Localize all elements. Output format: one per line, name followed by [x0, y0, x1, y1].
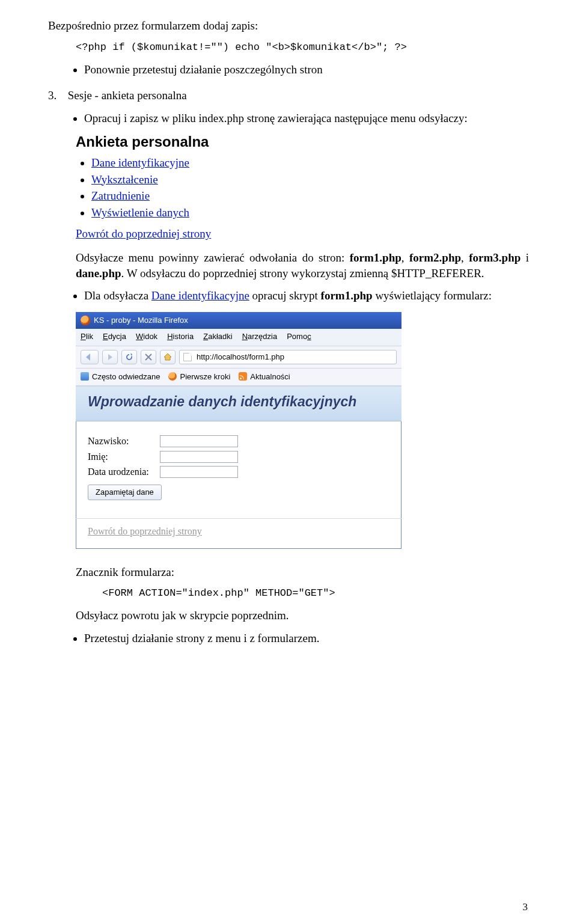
- stop-button[interactable]: [141, 350, 156, 364]
- back-link-disabled: Powrót do poprzedniej strony: [76, 519, 401, 549]
- home-button[interactable]: [160, 350, 176, 364]
- menu-zakladki[interactable]: Zakładki: [203, 331, 232, 342]
- code-block-2: <FORM ACTION="index.php" METHOD="GET">: [102, 587, 529, 601]
- window-title: KS - proby - Mozilla Firefox: [94, 315, 188, 326]
- page-icon: [183, 353, 192, 361]
- paragraph-odsylacz: Odsyłacz powrotu jak w skrypcie poprzedn…: [76, 608, 529, 623]
- menu-pomoc[interactable]: Pomoc: [287, 331, 311, 342]
- window-titlebar: KS - proby - Mozilla Firefox: [76, 312, 401, 329]
- input-imie[interactable]: [160, 451, 238, 463]
- input-data[interactable]: [160, 466, 238, 478]
- url-bar[interactable]: [179, 350, 397, 364]
- section-title: Sesje - ankieta personalna: [68, 89, 187, 102]
- paragraph-intro: Bezpośrednio przez formularzem dodaj zap…: [48, 18, 529, 34]
- forward-button[interactable]: [102, 350, 118, 364]
- label-imie: Imię:: [88, 450, 160, 464]
- menu-link-wyksztalcenie[interactable]: Wykształcenie: [91, 173, 158, 186]
- menu-historia[interactable]: Historia: [167, 331, 194, 342]
- firefox-icon: [168, 372, 177, 381]
- link-dane-identyfikacyjne[interactable]: Dane identyfikacyjne: [151, 289, 249, 302]
- menu-plik[interactable]: Plik: [81, 331, 93, 342]
- menubar: Plik Edycja Widok Historia Zakładki Narz…: [76, 329, 401, 346]
- firefox-window: KS - proby - Mozilla Firefox Plik Edycja…: [76, 312, 401, 549]
- menu-link-wyswietlenie[interactable]: Wyświetlenie danych: [91, 206, 189, 219]
- section-number: 3.: [48, 88, 65, 103]
- code-block-1: <?php if ($komunikat!="") echo "<b>$komu…: [76, 41, 529, 55]
- rss-icon: [239, 372, 247, 381]
- back-link[interactable]: Powrót do poprzedniej strony: [76, 227, 211, 240]
- bullet-przetestuj: Przetestuj działanie strony z menu i z f…: [84, 631, 529, 646]
- label-data: Data urodzenia:: [88, 465, 160, 479]
- bookmark-pierwsze[interactable]: Pierwsze kroki: [168, 372, 230, 382]
- bullet-opracuj: Opracuj i zapisz w pliku index.php stron…: [84, 111, 529, 126]
- toolbar: [76, 346, 401, 369]
- menu-narzedzia[interactable]: Narzędzia: [242, 331, 278, 342]
- back-button[interactable]: [81, 350, 99, 364]
- url-input[interactable]: [195, 352, 392, 362]
- bullet-dla-odsylacza: Dla odsyłacza Dane identyfikacyjne oprac…: [84, 288, 529, 304]
- bookmark-aktualnosci[interactable]: Aktualności: [239, 372, 290, 382]
- bookmark-icon: [81, 372, 89, 381]
- menu-edycja[interactable]: Edycja: [103, 331, 126, 342]
- page-number: 3: [523, 901, 528, 914]
- form: Nazwisko: Imię: Data urodzenia: Zapamięt…: [76, 421, 401, 505]
- menu-heading: Ankieta personalna: [76, 132, 529, 151]
- menu-widok[interactable]: Widok: [136, 331, 157, 342]
- page-content: Wprowadzanie danych identyfikacyjnych Na…: [76, 387, 401, 548]
- reload-button[interactable]: [121, 350, 137, 364]
- section-3-heading: 3. Sesje - ankieta personalna: [48, 88, 529, 103]
- paragraph-znacznik: Znacznik formularza:: [76, 564, 529, 580]
- bookmarks-bar: Często odwiedzane Pierwsze kroki Aktualn…: [76, 369, 401, 387]
- banner-title: Wprowadzanie danych identyfikacyjnych: [88, 393, 393, 411]
- menu-link-zatrudnienie[interactable]: Zatrudnienie: [91, 189, 150, 202]
- page-banner: Wprowadzanie danych identyfikacyjnych: [76, 387, 401, 421]
- label-nazwisko: Nazwisko:: [88, 435, 160, 448]
- input-nazwisko[interactable]: [160, 435, 238, 447]
- firefox-icon: [81, 316, 90, 325]
- bullet-retest: Ponownie przetestuj działanie poszczegól…: [84, 62, 529, 78]
- menu-link-dane-ident[interactable]: Dane identyfikacyjne: [91, 156, 189, 169]
- paragraph-odnosniki: Odsyłacze menu powinny zawierać odwołani…: [76, 250, 529, 281]
- submit-button[interactable]: Zapamiętaj dane: [88, 485, 162, 500]
- bookmark-czesto[interactable]: Często odwiedzane: [81, 372, 160, 382]
